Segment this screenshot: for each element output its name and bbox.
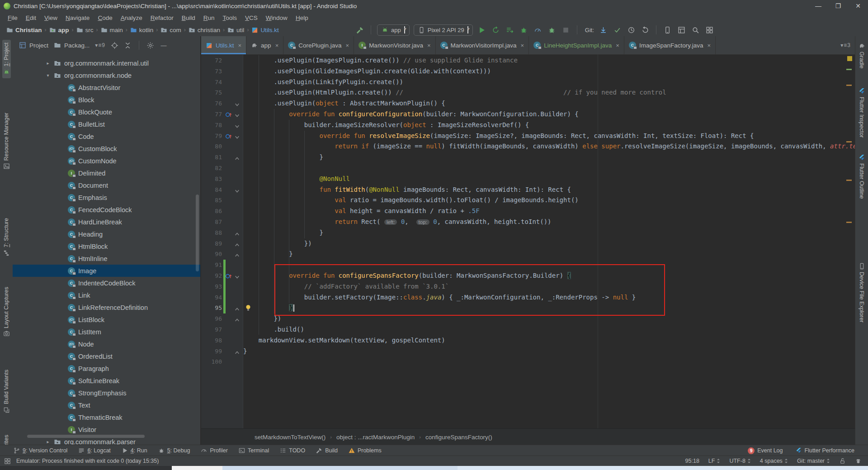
close-icon[interactable]: × (275, 42, 279, 49)
tool-window-switcher-icon[interactable] (4, 458, 11, 465)
fold-marker-icon[interactable] (234, 154, 240, 160)
gutter-cell[interactable]: 77 (201, 109, 243, 120)
tab-coreplugin-java[interactable]: CCorePlugin.java× (283, 36, 354, 54)
device-selector[interactable]: Pixel 2 API 29▾ (414, 24, 473, 36)
gutter-cell[interactable]: 83 (201, 174, 243, 185)
gutter-cell[interactable]: 80 (201, 141, 243, 152)
override-method-icon[interactable] (225, 111, 232, 118)
gutter-cell[interactable]: 91 (201, 260, 243, 271)
toolwindow-button-problems[interactable]: Problems (349, 447, 382, 454)
editor-crumb[interactable]: configureSpansFactory() (425, 434, 492, 441)
menu-view[interactable]: View (40, 14, 61, 21)
notifications-icon[interactable] (855, 458, 862, 465)
stripe-mark[interactable] (846, 141, 852, 142)
toolwindow-button-9-version-control[interactable]: 9: Version Control (14, 447, 67, 454)
tree-item-indentedcodeblock[interactable]: CIndentedCodeBlock (13, 277, 200, 289)
toolwindow-button-build[interactable]: Build (316, 447, 338, 454)
gutter-cell[interactable]: 92 (201, 271, 243, 281)
sidebar-item-flutter-outline[interactable]: Flutter Outline (858, 152, 866, 202)
local-history-button[interactable] (626, 25, 636, 35)
menu-file[interactable]: File (4, 14, 22, 21)
expand-arrow-icon[interactable]: ▸ (45, 61, 51, 66)
expand-arrow-icon[interactable]: ▾ (45, 73, 51, 78)
toolwindow-button-event-log[interactable]: 9Event Log (748, 447, 783, 454)
gutter-cell[interactable]: 79 (201, 131, 243, 142)
tree-vertical-scrollbar[interactable] (196, 195, 199, 271)
fold-marker-icon[interactable] (234, 133, 240, 139)
caret-position-widget[interactable]: 95:18 (685, 458, 699, 464)
fold-marker-icon[interactable] (234, 241, 240, 247)
sidebar-item-flutter-inspector[interactable]: Flutter Inspector (858, 85, 866, 140)
attach-debugger-button[interactable] (547, 25, 557, 35)
gutter-cell[interactable]: 98 (201, 335, 243, 346)
toolwindow-button-terminal[interactable]: Terminal (239, 447, 269, 454)
search-everywhere-button[interactable] (690, 25, 700, 35)
tree-item-code[interactable]: CCode (13, 130, 200, 142)
stripe-mark[interactable] (846, 180, 852, 181)
run-configuration-selector[interactable]: app▾ (377, 24, 410, 36)
fold-marker-icon[interactable] (234, 348, 240, 354)
maximize-button[interactable]: ❐ (828, 0, 848, 12)
menu-refactor[interactable]: Refactor (146, 14, 178, 21)
close-icon[interactable]: × (346, 42, 349, 49)
expand-arrow-icon[interactable]: ▸ (45, 439, 51, 444)
sidebar-item-layout-captures[interactable]: Layout Captures (2, 284, 11, 340)
stripe-mark[interactable] (846, 69, 852, 70)
close-icon[interactable]: × (238, 42, 242, 49)
editor-crumb[interactable]: setMarkdownToTextView() (255, 434, 326, 441)
gutter-cell[interactable]: 81 (201, 152, 243, 163)
minimize-button[interactable]: — (808, 0, 828, 12)
tree-item-blockquote[interactable]: CBlockQuote (13, 106, 200, 118)
hide-panel-button[interactable]: — (160, 41, 168, 49)
tab-lineheightspanimpl-java[interactable]: CLineHeightSpanImpl.java× (529, 36, 624, 54)
gutter-cell[interactable]: 93 (201, 281, 243, 292)
tree-item-linkreferencedefinition[interactable]: CLinkReferenceDefinition (13, 301, 200, 313)
tool-window-tab-packages[interactable]: Packag... (54, 42, 90, 49)
gutter-cell[interactable]: 86 (201, 206, 243, 217)
crumb-app[interactable]: app (49, 27, 69, 33)
sidebar-item-gradle[interactable]: Gradle (858, 40, 866, 71)
toolwindow-button-5-debug[interactable]: 5: Debug (158, 447, 190, 454)
tree-item-visitor[interactable]: IVisitor (13, 423, 200, 436)
gutter-cell[interactable]: 97 (201, 324, 243, 335)
toolwindow-button-flutter-performance[interactable]: Flutter Performance (796, 447, 854, 454)
tree-item-abstractvisitor[interactable]: (C)AbstractVisitor (13, 81, 200, 94)
tree-item-org-commonmark-internal-util[interactable]: ▸org.commonmark.internal.util (13, 57, 200, 69)
tree-item-emphasis[interactable]: CEmphasis (13, 191, 200, 204)
fold-marker-icon[interactable] (234, 305, 240, 311)
crumb-main[interactable]: main (101, 27, 123, 33)
tree-item-image[interactable]: CImage (13, 265, 200, 277)
project-structure-button[interactable] (704, 25, 714, 35)
sidebar-item-resource-manager[interactable]: Resource Manager (2, 110, 11, 172)
tree-item-thematicbreak[interactable]: CThematicBreak (13, 411, 200, 423)
debug-button[interactable] (519, 25, 529, 35)
override-method-icon[interactable] (225, 133, 232, 139)
menu-analyze[interactable]: Analyze (117, 14, 146, 21)
sidebar-item-build-variants[interactable]: Build Variants (2, 367, 11, 416)
menu-window[interactable]: Window (262, 14, 292, 21)
collapse-all-button[interactable] (124, 42, 132, 49)
tree-item-paragraph[interactable]: CParagraph (13, 362, 200, 375)
indent-widget[interactable]: 4 spaces (760, 458, 788, 464)
toolwindow-button-todo[interactable]: TODO (280, 447, 305, 454)
close-icon[interactable]: × (427, 42, 431, 49)
tab-utils-kt[interactable]: Utils.kt× (201, 36, 246, 54)
menu-tools[interactable]: Tools (219, 14, 241, 21)
tree-item-delimited[interactable]: IDelimited (13, 167, 200, 179)
gutter-cell[interactable]: 100 (201, 356, 243, 367)
gutter-cell[interactable]: 85 (201, 195, 243, 206)
tree-item-document[interactable]: CDocument (13, 179, 200, 191)
tree-item-text[interactable]: CText (13, 399, 200, 411)
tree-item-orderedlist[interactable]: COrderedList (13, 350, 200, 362)
code-editor[interactable]: 72 .usePlugin(ImagesPlugin.create()) // … (201, 54, 855, 429)
close-button[interactable]: ✕ (848, 0, 868, 12)
commit-button[interactable] (612, 25, 622, 35)
tree-item-fencedcodeblock[interactable]: CFencedCodeBlock (13, 204, 200, 216)
fold-marker-icon[interactable] (234, 273, 240, 279)
close-icon[interactable]: × (707, 42, 711, 49)
tree-item-org-commonmark-node[interactable]: ▾org.commonmark.node (13, 69, 200, 81)
close-icon[interactable]: × (616, 42, 619, 49)
crumb-christian[interactable]: Christian (6, 27, 42, 33)
tree-item-link[interactable]: CLink (13, 289, 200, 301)
gutter-cell[interactable]: 74 (201, 77, 243, 88)
